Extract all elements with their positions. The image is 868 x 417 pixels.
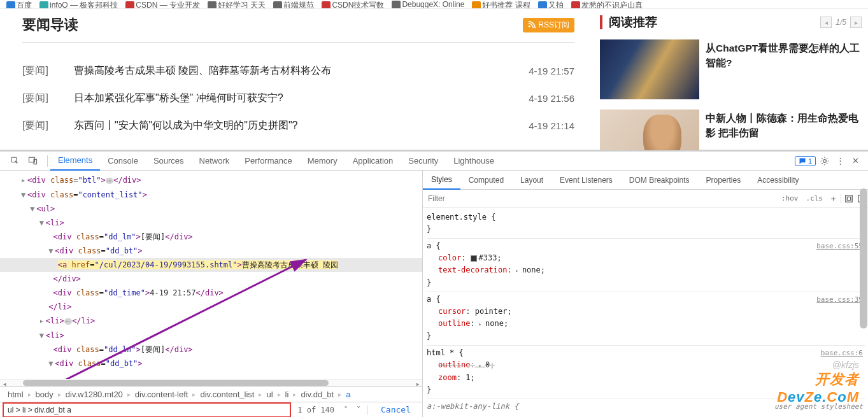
bookmark-item[interactable]: infoQ — 极客邦科技 — [39, 0, 118, 9]
tab-memory[interactable]: Memory — [300, 152, 345, 171]
news-time: 4-19 21:57 — [529, 66, 574, 76]
hov-toggle[interactable]: :hov — [778, 194, 802, 202]
news-tag: [要闻] — [22, 92, 48, 105]
elements-search-input[interactable] — [4, 404, 290, 416]
style-rule[interactable]: user agent stylesheet a:-webkit-any-link… — [427, 399, 865, 415]
inspect-element-icon[interactable] — [8, 154, 22, 168]
tab-elements[interactable]: Elements — [50, 152, 100, 171]
breadcrumb-item[interactable]: li — [281, 390, 293, 399]
accent-bar — [600, 15, 602, 29]
section-title: 要闻导读 — [22, 15, 78, 34]
bookmarks-bar: 百度 infoQ — 极客邦科技 CSDN — 专业开发 好好学习 天天 前端规… — [0, 0, 868, 9]
breadcrumb-item[interactable]: ul — [262, 390, 276, 399]
tab-dom-breakpoints[interactable]: DOM Breakpoints — [621, 171, 698, 190]
bookmark-item[interactable]: 好好学习 天天 — [208, 0, 266, 9]
computed-toggle-icon[interactable] — [843, 192, 855, 205]
tab-styles[interactable]: Styles — [423, 171, 460, 190]
news-time: 4-19 21:14 — [529, 120, 574, 131]
news-headline[interactable]: 日本加紧强化军事"桥头堡" 冲绳何时可获安宁? — [74, 92, 529, 105]
tab-properties[interactable]: Properties — [698, 171, 750, 190]
highlighted-dom-node[interactable]: <a href="/cul/2023/04-19/9993155.shtml">… — [58, 260, 338, 269]
recommend-section: 阅读推荐 ◂ 1/5 ▸ 从ChatGPT看世界需要怎样的人工智能? 中新人物丨… — [594, 9, 868, 150]
elements-panel: ▸<div class="btl">⋯</div> ▼<div class="c… — [0, 171, 423, 417]
rss-icon — [528, 21, 536, 29]
search-cancel-button[interactable]: Cancel — [372, 405, 420, 414]
elements-search-bar: 1 of 140 ˄ ˅ Cancel — [0, 402, 422, 417]
style-rule[interactable]: element.style { } — [427, 210, 865, 239]
source-link[interactable]: base.css:55 — [816, 240, 863, 252]
search-next-button[interactable]: ˅ — [353, 405, 364, 415]
tab-layout[interactable]: Layout — [512, 171, 551, 190]
svg-rect-2 — [34, 159, 37, 164]
bookmark-item[interactable]: CSDN — 专业开发 — [125, 0, 200, 9]
pager-prev-button[interactable]: ◂ — [820, 17, 832, 28]
tab-security[interactable]: Security — [401, 152, 446, 171]
message-icon — [799, 157, 806, 165]
news-item[interactable]: [要闻] 日本加紧强化军事"桥头堡" 冲绳何时可获安宁? 4-19 21:56 — [22, 85, 574, 113]
breadcrumb-item[interactable]: div.content_list — [196, 390, 258, 399]
cls-toggle[interactable]: .cls — [802, 194, 827, 202]
issues-badge[interactable]: 1 — [795, 156, 816, 166]
tab-console[interactable]: Console — [100, 152, 146, 171]
dom-tree[interactable]: ▸<div class="btl">⋯</div> ▼<div class="c… — [0, 171, 422, 379]
devtools-tabs: Elements Console Sources Network Perform… — [0, 152, 868, 171]
recommend-thumbnail — [600, 39, 699, 99]
color-swatch[interactable] — [471, 255, 477, 262]
tab-accessibility[interactable]: Accessibility — [749, 171, 807, 190]
tab-computed[interactable]: Computed — [460, 171, 512, 190]
recommend-item-title[interactable]: 从ChatGPT看世界需要怎样的人工智能? — [706, 39, 862, 99]
style-rule[interactable]: base.css:6 html * { outline: ▸ 0; zoom: … — [427, 346, 865, 399]
source-link[interactable]: base.css:6 — [821, 347, 863, 359]
news-section: 要闻导读 RSS订阅 [要闻] 曹操高陵考古成果丰硕 陵园、陪葬墓等新考古材料将… — [0, 9, 594, 150]
svg-rect-6 — [847, 197, 850, 200]
close-devtools-icon[interactable]: ✕ — [849, 155, 862, 167]
devtools-panel: Elements Console Sources Network Perform… — [0, 150, 868, 417]
news-headline[interactable]: 曹操高陵考古成果丰硕 陵园、陪葬墓等新考古材料将公布 — [74, 64, 529, 78]
tab-performance[interactable]: Performance — [237, 152, 299, 171]
news-headline[interactable]: 东西问丨"安大简"何以成为中华文明的"历史拼图"? — [74, 119, 529, 132]
tab-network[interactable]: Network — [192, 152, 238, 171]
news-list: [要闻] 曹操高陵考古成果丰硕 陵园、陪葬墓等新考古材料将公布 4-19 21:… — [22, 58, 574, 140]
styles-scrollbar[interactable] — [859, 188, 868, 417]
breadcrumb-item[interactable]: a — [342, 390, 354, 399]
pager-count: 1/5 — [833, 18, 849, 27]
elements-scrollbar[interactable]: ◂ ▸ — [0, 379, 422, 386]
pager-next-button[interactable]: ▸ — [850, 17, 862, 28]
breadcrumb-item[interactable]: div.dd_bt — [297, 390, 338, 399]
news-tag: [要闻] — [22, 64, 48, 78]
tab-application[interactable]: Application — [345, 152, 401, 171]
bookmark-item[interactable]: 好书推荐 课程 — [472, 0, 530, 9]
bookmark-item[interactable]: 前端规范 — [273, 0, 314, 9]
breadcrumb-item[interactable]: div.w1280.mt20 — [62, 390, 127, 399]
tab-event-listeners[interactable]: Event Listeners — [551, 171, 621, 190]
style-rule[interactable]: base.css:55 a { color: #333; text-decora… — [427, 239, 865, 292]
dom-breadcrumb: html▸ body▸ div.w1280.mt20▸ div.content-… — [0, 386, 422, 402]
new-style-rule-icon[interactable]: ＋ — [827, 192, 839, 205]
tab-sources[interactable]: Sources — [146, 152, 192, 171]
source-link[interactable]: base.css:39 — [816, 293, 863, 306]
breadcrumb-item[interactable]: div.content-left — [131, 390, 192, 399]
tab-lighthouse[interactable]: Lighthouse — [446, 152, 502, 171]
styles-rules[interactable]: element.style { } base.css:55 a { color:… — [423, 208, 868, 417]
style-rule[interactable]: base.css:39 a { cursor: pointer; outline… — [427, 292, 865, 346]
svg-rect-5 — [846, 195, 853, 202]
more-icon[interactable]: ⋮ — [834, 155, 846, 167]
rss-subscribe-button[interactable]: RSS订阅 — [523, 18, 574, 32]
bookmark-item[interactable]: CSDN技术写数 — [322, 0, 384, 9]
search-result-count: 1 of 140 — [294, 406, 338, 414]
device-toolbar-icon[interactable] — [25, 154, 39, 168]
search-prev-button[interactable]: ˄ — [341, 405, 351, 415]
news-item[interactable]: [要闻] 曹操高陵考古成果丰硕 陵园、陪葬墓等新考古材料将公布 4-19 21:… — [22, 58, 574, 85]
bookmark-item[interactable]: DebuggeX: Online — [392, 0, 464, 9]
news-item[interactable]: [要闻] 东西问丨"安大简"何以成为中华文明的"历史拼图"? 4-19 21:1… — [22, 113, 574, 140]
breadcrumb-item[interactable]: body — [32, 390, 57, 399]
breadcrumb-item[interactable]: html — [4, 390, 27, 399]
bookmark-item[interactable]: 又拍 — [538, 0, 564, 9]
styles-filter-input[interactable] — [423, 194, 778, 203]
recommend-title: 阅读推荐 — [609, 14, 657, 31]
bookmark-item[interactable]: 发愁的不识庐山真 — [571, 0, 643, 9]
ua-stylesheet-label: user agent stylesheet — [774, 400, 863, 413]
bookmark-item[interactable]: 百度 — [6, 0, 32, 9]
settings-icon[interactable] — [818, 155, 831, 167]
recommend-item[interactable]: 从ChatGPT看世界需要怎样的人工智能? — [600, 39, 862, 99]
